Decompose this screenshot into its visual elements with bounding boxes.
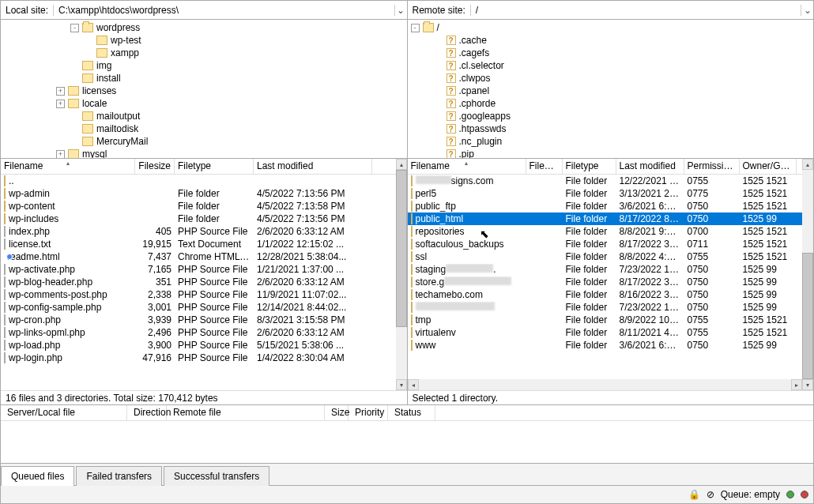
tree-item[interactable]: -/ [408,21,814,34]
list-cell: PHP Source File [175,302,254,313]
column-header[interactable]: ▴Filename [408,159,526,174]
queue-header[interactable]: Server/Local fileDirectionRemote fileSiz… [1,405,813,421]
list-row[interactable]: repositoriesFile folder8/8/2021 9:42:0..… [408,225,803,238]
folder-icon [411,264,413,275]
tree-item[interactable]: ?.htpasswds [408,122,814,135]
tree-item[interactable]: ?.clwpos [408,72,814,85]
list-row[interactable]: wp-links-opml.php2,496PHP Source File2/6… [1,326,396,339]
list-row[interactable]: index.php405PHP Source File2/6/2020 6:33… [1,225,396,238]
tree-item[interactable]: mailtodisk [1,122,407,135]
list-row[interactable]: wp-cron.php3,939PHP Source File8/3/2021 … [1,314,396,326]
tree-item[interactable]: install [1,72,407,85]
column-header[interactable]: Last modified [616,159,684,174]
local-tree[interactable]: -wordpresswp-testxamppimginstall+license… [1,20,407,158]
tree-item[interactable]: ?.cache [408,34,814,47]
remote-vscrollbar[interactable]: ▴ ▾ [802,159,813,390]
column-header[interactable]: Filetype [175,159,254,174]
tree-item[interactable]: MercuryMail [1,135,407,148]
list-row[interactable]: public_ftpFile folder3/6/2021 6:36:2...0… [408,200,803,213]
lock-icon[interactable]: 🔒 [688,489,700,500]
collapse-icon[interactable]: - [411,24,420,32]
scroll-right-icon[interactable]: ▸ [791,379,802,390]
list-row[interactable]: wp-contentFile folder4/5/2022 7:13:58 PM [1,200,396,213]
tree-item[interactable]: ?.googleapps [408,110,814,122]
scroll-up-icon[interactable]: ▴ [396,159,407,170]
expand-icon[interactable]: + [56,100,65,108]
expand-icon[interactable]: + [56,87,65,96]
remote-hscrollbar[interactable]: ◂ ▸ [408,379,803,390]
scroll-down-icon[interactable]: ▾ [802,379,813,390]
queue-column-header[interactable]: Status [388,405,435,420]
scroll-down-icon[interactable]: ▾ [396,379,407,390]
expand-icon[interactable]: + [56,150,65,159]
list-row[interactable]: public_htmlFile folder8/17/2022 8:55:...… [408,213,803,225]
tab-queued-files[interactable]: Queued files [1,466,74,486]
list-row[interactable]: staging.File folder7/23/2022 1:11:...075… [408,263,803,276]
filename-cell: license.txt [1,239,135,250]
queue-column-header[interactable]: Priority [349,405,388,420]
tab-successful-transfers[interactable]: Successful transfers [164,466,269,486]
list-row[interactable]: File folder7/23/2022 1:11:...07501525 99 [408,301,803,314]
remote-list-header[interactable]: ▴FilenameFilesizeFiletypeLast modifiedPe… [408,159,803,175]
scroll-left-icon[interactable]: ◂ [408,379,419,390]
tab-failed-transfers[interactable]: Failed transfers [76,466,162,486]
tree-item[interactable]: ?.pip [408,148,814,158]
tree-item[interactable]: ?.cphorde [408,97,814,110]
column-header[interactable]: Owner/Group [740,159,797,174]
list-row[interactable]: wp-activate.php7,165PHP Source File1/21/… [1,263,396,276]
list-row[interactable]: signs.comFile folder12/22/2021 3:1...075… [408,175,803,187]
list-row[interactable]: perl5File folder3/13/2021 2:29:...077515… [408,187,803,200]
tree-item[interactable]: ?.cl.selector [408,59,814,72]
list-row[interactable]: .. [1,175,396,187]
list-row[interactable]: wp-load.php3,900PHP Source File5/15/2021… [1,339,396,352]
remote-tree[interactable]: -/?.cache?.cagefs?.cl.selector?.clwpos?.… [408,20,814,158]
list-row[interactable]: wp-blog-header.php351PHP Source File2/6/… [1,276,396,288]
local-list-header[interactable]: ▴FilenameFilesizeFiletypeLast modified [1,159,396,175]
list-row[interactable]: store.gFile folder8/17/2022 3:30:...0750… [408,276,803,288]
list-row[interactable]: techamebo.comFile folder8/16/2022 3:45:.… [408,288,803,301]
column-header[interactable]: ▴Filename [1,159,135,174]
tree-item[interactable]: ?.cpanel [408,85,814,97]
list-row[interactable]: readme.html7,437Chrome HTML Do...12/28/2… [1,250,396,263]
remote-path-dropdown[interactable]: ⌄ [801,5,813,16]
column-label: Filetype [178,160,211,171]
column-header[interactable]: Filesize [526,159,563,174]
tree-item[interactable]: ?.nc_plugin [408,135,814,148]
list-row[interactable]: wp-config-sample.php3,001PHP Source File… [1,301,396,314]
list-row[interactable]: license.txt19,915Text Document1/1/2022 1… [1,238,396,250]
tree-item[interactable]: +locale [1,97,407,110]
queue-column-header[interactable]: Remote file [167,405,325,420]
remote-file-list[interactable]: signs.comFile folder12/22/2021 3:1...075… [408,175,803,379]
local-path-dropdown[interactable]: ⌄ [394,5,407,16]
list-row[interactable]: wp-login.php47,916PHP Source File1/4/202… [1,352,396,364]
collapse-icon[interactable]: - [70,24,79,32]
list-row[interactable]: virtualenvFile folder8/11/2021 4:36:...0… [408,326,803,339]
column-header[interactable]: Permissions [684,159,740,174]
list-row[interactable]: wp-comments-post.php2,338PHP Source File… [1,288,396,301]
tree-item[interactable]: xampp [1,47,407,59]
column-header[interactable]: Last modified [254,159,372,174]
local-path-input[interactable] [55,3,392,17]
list-row[interactable]: tmpFile folder8/9/2022 10:20:...07551525… [408,314,803,326]
local-file-list[interactable]: ..wp-adminFile folder4/5/2022 7:13:56 PM… [1,175,396,390]
tree-item[interactable]: +licenses [1,85,407,97]
tree-item[interactable]: ?.cagefs [408,47,814,59]
tree-item[interactable]: wp-test [1,34,407,47]
list-row[interactable]: softaculous_backupsFile folder8/17/2022 … [408,238,803,250]
queue-column-header[interactable]: Size [325,405,349,420]
local-vscrollbar[interactable]: ▴ ▾ [396,159,407,390]
remote-path-input[interactable] [473,3,799,17]
list-row[interactable]: wp-adminFile folder4/5/2022 7:13:56 PM [1,187,396,200]
queue-column-header[interactable]: Direction [127,405,167,420]
list-row[interactable]: sslFile folder8/8/2022 4:56:3...07551525… [408,250,803,263]
list-row[interactable]: wp-includesFile folder4/5/2022 7:13:56 P… [1,213,396,225]
tree-item[interactable]: -wordpress [1,21,407,34]
tree-item[interactable]: mailoutput [1,110,407,122]
scroll-up-icon[interactable]: ▴ [802,159,813,170]
tree-item[interactable]: img [1,59,407,72]
column-header[interactable]: Filetype [563,159,616,174]
tree-item[interactable]: +mysql [1,148,407,158]
column-header[interactable]: Filesize [135,159,175,174]
list-row[interactable]: wwwFile folder3/6/2021 6:36:2...07501525… [408,339,803,352]
queue-column-header[interactable]: Server/Local file [1,405,127,420]
